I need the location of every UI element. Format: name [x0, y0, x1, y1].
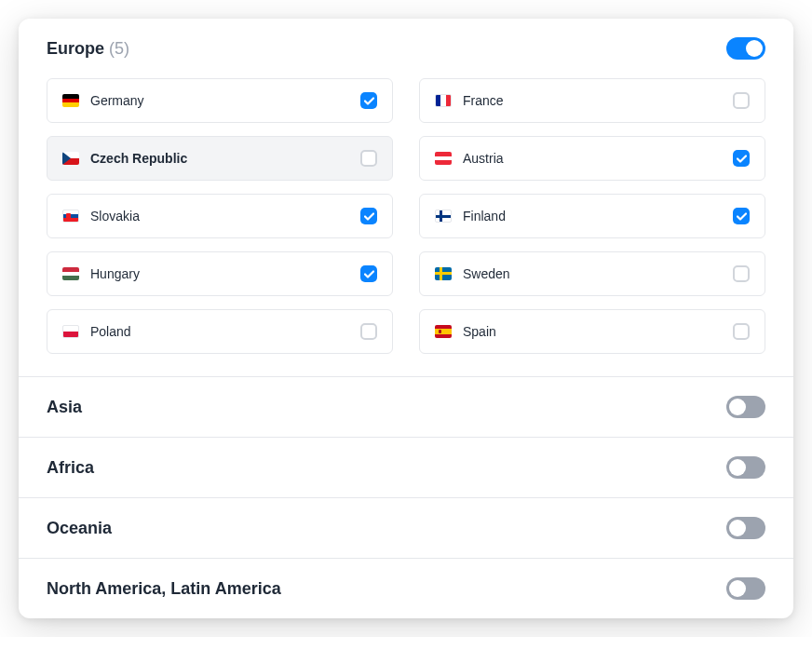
- region-header: Asia: [19, 377, 793, 437]
- country-checkbox[interactable]: [733, 265, 750, 282]
- region-toggle[interactable]: [726, 456, 765, 479]
- country-left: Finland: [435, 209, 506, 223]
- country-left: France: [435, 93, 504, 108]
- region-section: North America, Latin America: [19, 559, 793, 618]
- country-item[interactable]: Germany: [47, 78, 393, 123]
- region-name: Oceania: [47, 519, 112, 537]
- country-checkbox[interactable]: [360, 150, 377, 167]
- spain-flag-icon: [435, 325, 452, 338]
- country-left: Austria: [435, 151, 504, 166]
- country-left: Poland: [62, 324, 131, 339]
- toggle-knob: [729, 520, 746, 536]
- region-section: Africa: [19, 438, 793, 498]
- finland-flag-icon: [435, 210, 452, 223]
- country-label: Slovakia: [90, 209, 140, 223]
- country-checkbox[interactable]: [733, 208, 750, 224]
- country-checkbox[interactable]: [733, 150, 750, 167]
- region-title: North America, Latin America: [47, 579, 281, 599]
- region-name: Asia: [47, 398, 82, 416]
- country-left: Czech Republic: [62, 151, 187, 166]
- austria-flag-icon: [435, 152, 452, 165]
- france-flag-icon: [435, 94, 452, 107]
- country-label: France: [463, 93, 504, 108]
- poland-flag-icon: [62, 325, 79, 338]
- germany-flag-icon: [62, 94, 79, 107]
- country-item[interactable]: France: [419, 78, 765, 123]
- country-checkbox[interactable]: [360, 265, 377, 282]
- region-header: Europe (5): [19, 19, 793, 78]
- country-label: Poland: [90, 324, 131, 339]
- country-item[interactable]: Hungary: [47, 251, 393, 296]
- country-checkbox[interactable]: [733, 323, 750, 340]
- region-toggle[interactable]: [726, 577, 765, 600]
- country-grid: GermanyFranceCzech RepublicAustriaSlovak…: [19, 78, 793, 376]
- region-header: North America, Latin America: [19, 559, 793, 618]
- country-item[interactable]: Czech Republic: [47, 136, 393, 181]
- country-item[interactable]: Sweden: [419, 251, 765, 296]
- region-name: Africa: [47, 458, 94, 477]
- slovakia-flag-icon: [62, 210, 79, 223]
- country-item[interactable]: Finland: [419, 194, 765, 238]
- country-checkbox[interactable]: [360, 323, 377, 340]
- region-name: North America, Latin America: [47, 579, 281, 598]
- country-left: Sweden: [435, 266, 510, 281]
- country-left: Hungary: [62, 266, 140, 281]
- country-label: Hungary: [90, 266, 140, 281]
- country-checkbox[interactable]: [360, 92, 377, 109]
- country-left: Slovakia: [62, 209, 140, 223]
- region-count: (5): [109, 39, 129, 58]
- country-label: Austria: [463, 151, 504, 166]
- czech-flag-icon: [62, 152, 79, 165]
- region-title: Europe (5): [47, 39, 129, 59]
- country-checkbox[interactable]: [733, 92, 750, 109]
- country-label: Germany: [90, 93, 144, 108]
- toggle-knob: [729, 580, 746, 597]
- toggle-knob: [729, 399, 746, 415]
- country-left: Germany: [62, 93, 144, 108]
- region-toggle[interactable]: [726, 396, 765, 418]
- country-item[interactable]: Spain: [419, 309, 765, 354]
- country-item[interactable]: Austria: [419, 136, 765, 181]
- toggle-knob: [746, 40, 763, 57]
- country-checkbox[interactable]: [360, 208, 377, 224]
- region-title: Oceania: [47, 519, 112, 538]
- region-header: Oceania: [19, 498, 793, 558]
- country-item[interactable]: Poland: [47, 309, 393, 354]
- region-section: Asia: [19, 377, 793, 438]
- country-item[interactable]: Slovakia: [47, 194, 393, 238]
- country-label: Czech Republic: [90, 151, 187, 166]
- country-left: Spain: [435, 324, 496, 339]
- sweden-flag-icon: [435, 267, 452, 280]
- region-title: Africa: [47, 458, 94, 478]
- country-label: Finland: [463, 209, 506, 223]
- region-title: Asia: [47, 398, 82, 417]
- country-label: Spain: [463, 324, 496, 339]
- toggle-knob: [729, 459, 746, 476]
- region-toggle[interactable]: [726, 37, 765, 60]
- region-section: Oceania: [19, 498, 793, 559]
- region-selector-card: Europe (5)GermanyFranceCzech RepublicAus…: [19, 19, 793, 618]
- region-section: Europe (5)GermanyFranceCzech RepublicAus…: [19, 19, 793, 377]
- country-label: Sweden: [463, 266, 510, 281]
- region-header: Africa: [19, 438, 793, 497]
- region-name: Europe: [47, 39, 104, 58]
- hungary-flag-icon: [62, 267, 79, 280]
- region-toggle[interactable]: [726, 517, 765, 539]
